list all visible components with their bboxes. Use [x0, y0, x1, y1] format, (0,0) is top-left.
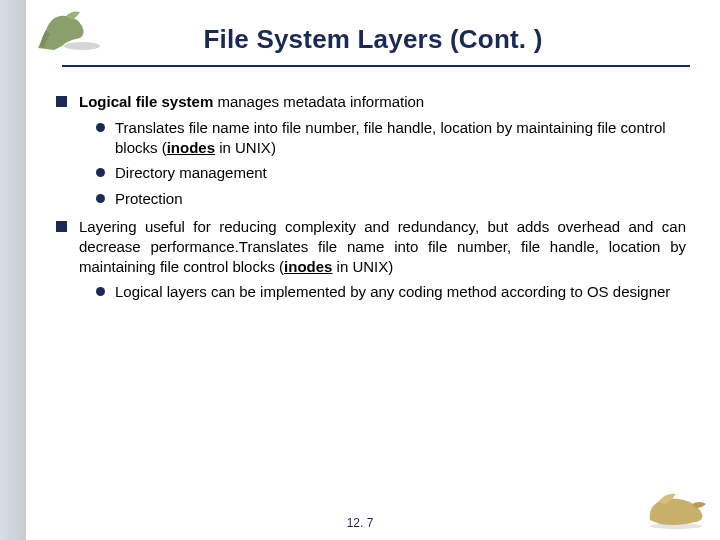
- bullet-level2: Protection: [96, 189, 686, 209]
- slide-title: File System Layers (Cont. ): [56, 24, 690, 55]
- content-area: Logical file system manages metadata inf…: [56, 84, 686, 308]
- bullet-level2: Translates file name into file number, f…: [96, 118, 686, 158]
- bullet-text: Logical file system manages metadata inf…: [79, 92, 686, 112]
- left-sidebar-strip: [0, 0, 26, 540]
- bullet-text: Directory management: [115, 163, 686, 183]
- slide-number: 12. 7: [0, 516, 720, 530]
- title-underline: [62, 65, 690, 67]
- bullet-level2: Logical layers can be implemented by any…: [96, 282, 686, 302]
- bullet-text: Protection: [115, 189, 686, 209]
- circle-bullet-icon: [96, 194, 105, 203]
- text-run: in UNIX): [332, 258, 393, 275]
- bullet-level1: Logical file system manages metadata inf…: [56, 92, 686, 112]
- header: File System Layers (Cont. ): [26, 0, 720, 77]
- circle-bullet-icon: [96, 123, 105, 132]
- text-run: in UNIX): [215, 139, 276, 156]
- dinosaur-bottom-right-icon: [642, 486, 710, 530]
- circle-bullet-icon: [96, 287, 105, 296]
- slide: File System Layers (Cont. ) Logical file…: [0, 0, 720, 540]
- inodes-term: inodes: [284, 258, 332, 275]
- circle-bullet-icon: [96, 168, 105, 177]
- bullet-text: Translates file name into file number, f…: [115, 118, 686, 158]
- emphasis-text: Logical file system: [79, 93, 213, 110]
- sub-bullet-group: Translates file name into file number, f…: [96, 118, 686, 209]
- bullet-level2: Directory management: [96, 163, 686, 183]
- square-bullet-icon: [56, 96, 67, 107]
- square-bullet-icon: [56, 221, 67, 232]
- text-run: manages metadata information: [213, 93, 424, 110]
- sub-bullet-group: Logical layers can be implemented by any…: [96, 282, 686, 302]
- bullet-text: Layering useful for reducing complexity …: [79, 217, 686, 276]
- inodes-term: inodes: [167, 139, 215, 156]
- bullet-level1: Layering useful for reducing complexity …: [56, 217, 686, 276]
- bullet-text: Logical layers can be implemented by any…: [115, 282, 686, 302]
